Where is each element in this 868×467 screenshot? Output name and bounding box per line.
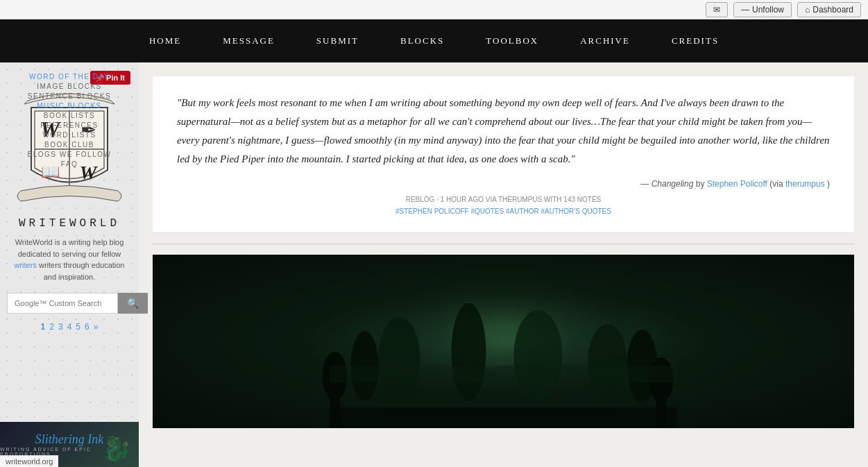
content-divider <box>153 244 854 244</box>
dashboard-icon: ⌂ <box>805 5 810 15</box>
top-bar: ✉ — Unfollow ⌂ Dashboard <box>0 0 868 19</box>
dashboard-label: Dashboard <box>812 5 853 15</box>
search-input[interactable] <box>7 293 118 314</box>
sidebar-item-faq[interactable]: FAQ <box>61 160 78 168</box>
forest-background <box>153 255 854 428</box>
nav-home[interactable]: HOME <box>149 35 181 46</box>
sidebar-item-word-lists[interactable]: WORD LISTS <box>42 131 96 139</box>
nav-bar: HOME MESSAGE SUBMIT BLOCKS TOOLBOX ARCHI… <box>0 19 868 62</box>
via-suffix: ) <box>827 179 830 189</box>
page-5[interactable]: 5 <box>76 322 80 332</box>
status-url: writeworld.org <box>6 457 53 466</box>
svg-point-9 <box>514 310 563 400</box>
sidebar-item-references[interactable]: REFERENCES <box>40 121 98 129</box>
quote-attribution: — Changeling by Stephen Policoff (via th… <box>177 179 830 189</box>
nav-blocks[interactable]: BLOCKS <box>400 35 444 46</box>
pagination: 1 2 3 4 5 6 » <box>41 322 99 332</box>
page-4[interactable]: 4 <box>67 322 72 332</box>
author-link[interactable]: Stephen Policoff <box>707 179 767 189</box>
sidebar-item-word-of-day[interactable]: WORD OF THE DAY <box>29 73 110 80</box>
email-icon: ✉ <box>713 5 720 15</box>
image-block <box>153 255 854 428</box>
quote-text: "But my work feels most resonant to me w… <box>177 94 830 169</box>
author-pre: by <box>696 179 707 189</box>
sidebar-item-sentence-blocks[interactable]: SENTENCE BLOCKS <box>28 92 111 100</box>
quote-meta: REBLOG · 1 HOUR AGO VIA THERUMPUS WITH 1… <box>177 196 830 203</box>
forest-svg <box>153 255 854 428</box>
nav-credits[interactable]: CREDITS <box>672 35 719 46</box>
sidebar-item-image-blocks[interactable]: IMAGE BLOCKS <box>37 83 102 90</box>
book-title: Changeling <box>652 179 694 189</box>
svg-point-8 <box>452 303 486 400</box>
page-6[interactable]: 6 <box>85 322 90 332</box>
attribution-dash: — <box>640 179 649 189</box>
nav-archive[interactable]: ARCHIVE <box>580 35 630 46</box>
sidebar: Pin It W ✒ 📖 W WRITEWORLD Writ <box>0 62 139 467</box>
svg-rect-18 <box>330 366 677 383</box>
nav-submit[interactable]: SUBMIT <box>316 35 359 46</box>
page-next[interactable]: » <box>94 322 99 332</box>
dragon-icon: 🐉 <box>101 435 132 464</box>
nav-toolbox[interactable]: TOOLBOX <box>486 35 538 46</box>
svg-point-10 <box>588 324 627 400</box>
site-title: WRITEWORLD <box>19 217 120 230</box>
via-pre: (via <box>769 179 785 189</box>
page-3[interactable]: 3 <box>58 322 63 332</box>
page-2[interactable]: 2 <box>49 322 54 332</box>
sidebar-nav: WORD OF THE DAY IMAGE BLOCKS SENTENCE BL… <box>0 73 139 168</box>
svg-rect-17 <box>330 407 677 428</box>
sidebar-item-blogs-follow[interactable]: BLOGS WE FOLLOW <box>28 151 112 158</box>
nav-message[interactable]: MESSAGE <box>223 35 275 46</box>
quote-tags: #STEPHEN POLICOFF #QUOTES #AUTHOR #AUTHO… <box>177 207 830 215</box>
unfollow-icon: — <box>741 5 749 15</box>
page-1[interactable]: 1 <box>41 322 46 332</box>
unfollow-button[interactable]: — Unfollow <box>733 2 792 17</box>
sidebar-item-book-lists[interactable]: BOOK LISTS <box>44 112 95 119</box>
search-bar: 🔍 <box>7 293 132 314</box>
site-description: WriteWorld is a writing help blog dedica… <box>7 237 132 282</box>
dashboard-button[interactable]: ⌂ Dashboard <box>797 2 861 17</box>
banner-title: Slithering Ink <box>35 432 103 447</box>
sidebar-item-book-club[interactable]: BOOK CLUB <box>44 141 94 148</box>
content: "But my work feels most resonant to me w… <box>139 62 868 467</box>
main-layout: Pin It W ✒ 📖 W WRITEWORLD Writ <box>0 62 868 467</box>
svg-point-7 <box>379 317 420 400</box>
email-button[interactable]: ✉ <box>706 2 728 17</box>
quote-block: "But my work feels most resonant to me w… <box>153 76 854 233</box>
search-button[interactable]: 🔍 <box>118 293 148 314</box>
unfollow-label: Unfollow <box>752 5 784 15</box>
status-bar: writeworld.org <box>0 455 58 467</box>
via-link[interactable]: therumpus <box>785 179 825 189</box>
sidebar-item-music-blocks[interactable]: MUSIC BLOCKS <box>37 102 102 110</box>
